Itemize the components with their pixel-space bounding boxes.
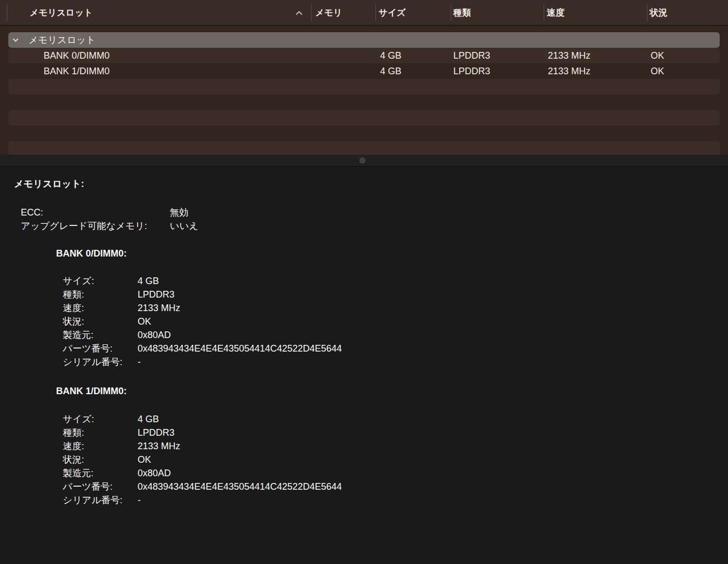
property-label: シリアル番号: [63,493,138,507]
property-row: 速度:2133 MHz [63,301,342,315]
property-row: パーツ番号:0x483943434E4E4E435054414C42522D4E… [63,480,342,493]
property-label: パーツ番号: [63,480,138,493]
row-slot-name: BANK 0/DIMM0 [44,48,110,63]
row-size: 4 GB [380,48,401,63]
property-value: 4 GB [138,274,159,288]
property-label: 速度: [63,301,138,315]
system-information-memory-window: メモリスロット メモリ サイズ 種類 速度 状況 メモリスロット BANK 0/… [0,0,728,564]
column-divider[interactable] [647,4,648,21]
detail-title: メモリスロット: [14,178,84,190]
table-group-row-memory-slot[interactable]: メモリスロット [8,32,720,48]
property-row: パーツ番号:0x483943434E4E4E435054414C42522D4E… [63,342,342,355]
property-row: シリアル番号:- [63,493,342,507]
empty-row [8,110,720,126]
row-type: LPDDR3 [453,63,490,79]
column-header-memory[interactable]: メモリ [315,0,342,25]
property-row: サイズ:4 GB [63,412,342,426]
column-header-type[interactable]: 種類 [453,0,471,25]
pane-splitter[interactable] [0,155,728,167]
column-header-memory-slot[interactable]: メモリスロット [30,0,93,25]
property-label: シリアル番号: [63,355,138,369]
bank1-heading: BANK 1/DIMM0: [56,386,127,397]
sort-chevron-up-icon [295,10,303,16]
property-row: 種類:LPDDR3 [63,426,342,439]
property-value: 0x80AD [138,466,171,480]
column-header-status[interactable]: 状況 [650,0,667,25]
splitter-handle-icon[interactable] [359,157,366,164]
property-label: アップグレード可能なメモリ: [21,219,170,233]
column-header-speed[interactable]: 速度 [547,0,564,25]
property-value: 0x483943434E4E4E435054414C42522D4E5644 [138,342,342,355]
detail-global-properties: ECC: 無効 アップグレード可能なメモリ: いいえ [21,206,198,233]
column-divider[interactable] [375,4,376,21]
property-value: LPDDR3 [138,288,174,301]
property-row: サイズ:4 GB [63,274,342,288]
empty-row [8,95,720,110]
property-value: - [138,493,141,507]
property-row: 状況:OK [63,315,342,328]
property-row: 製造元:0x80AD [63,328,342,342]
group-row-label: メモリスロット [29,32,96,48]
property-label: 状況: [63,453,138,466]
bank1-properties: サイズ:4 GB 種類:LPDDR3 速度:2133 MHz 状況:OK 製造元… [63,412,342,507]
table-header: メモリスロット メモリ サイズ 種類 速度 状況 [0,0,728,25]
property-row: 種類:LPDDR3 [63,288,342,301]
property-label: 速度: [63,439,138,453]
property-label: 製造元: [63,328,138,342]
property-value: 無効 [170,206,188,219]
memory-slots-table: メモリスロット BANK 0/DIMM0 4 GB LPDDR3 2133 MH… [0,26,728,161]
property-label: サイズ: [63,274,138,288]
property-row: ECC: 無効 [21,206,198,219]
property-value: LPDDR3 [138,426,174,439]
detail-pane: メモリスロット: ECC: 無効 アップグレード可能なメモリ: いいえ BANK… [0,167,728,564]
property-value: - [138,355,141,369]
row-speed: 2133 MHz [548,63,590,79]
row-status: OK [651,63,664,79]
row-type: LPDDR3 [453,48,490,63]
property-row: アップグレード可能なメモリ: いいえ [21,219,198,233]
table-row-bank1[interactable]: BANK 1/DIMM0 4 GB LPDDR3 2133 MHz OK [8,63,720,79]
property-label: サイズ: [63,412,138,426]
column-divider[interactable] [7,4,7,21]
empty-row [8,126,720,141]
column-divider[interactable] [311,4,312,21]
row-slot-name: BANK 1/DIMM0 [44,63,110,79]
property-row: 状況:OK [63,453,342,466]
column-divider[interactable] [451,4,451,21]
row-status: OK [651,48,664,63]
property-label: 製造元: [63,466,138,480]
property-value: OK [138,315,151,328]
property-label: ECC: [21,206,170,219]
property-label: 状況: [63,315,138,328]
row-speed: 2133 MHz [548,48,590,63]
property-row: 製造元:0x80AD [63,466,342,480]
property-row: 速度:2133 MHz [63,439,342,453]
column-header-size[interactable]: サイズ [379,0,406,25]
property-label: 種類: [63,288,138,301]
property-value: 0x80AD [138,328,171,342]
empty-row [8,79,720,95]
property-value: 0x483943434E4E4E435054414C42522D4E5644 [138,480,342,493]
property-value: 2133 MHz [138,439,180,453]
bank0-heading: BANK 0/DIMM0: [56,248,127,259]
property-value: OK [138,453,151,466]
property-value: 4 GB [138,412,159,426]
row-size: 4 GB [380,63,401,79]
column-divider[interactable] [544,4,544,21]
property-value: 2133 MHz [138,301,180,315]
disclosure-chevron-down-icon[interactable] [12,37,19,43]
property-label: 種類: [63,426,138,439]
table-row-bank0[interactable]: BANK 0/DIMM0 4 GB LPDDR3 2133 MHz OK [8,48,720,63]
property-row: シリアル番号:- [63,355,342,369]
bank0-properties: サイズ:4 GB 種類:LPDDR3 速度:2133 MHz 状況:OK 製造元… [63,274,342,369]
property-label: パーツ番号: [63,342,138,355]
property-value: いいえ [170,219,198,233]
